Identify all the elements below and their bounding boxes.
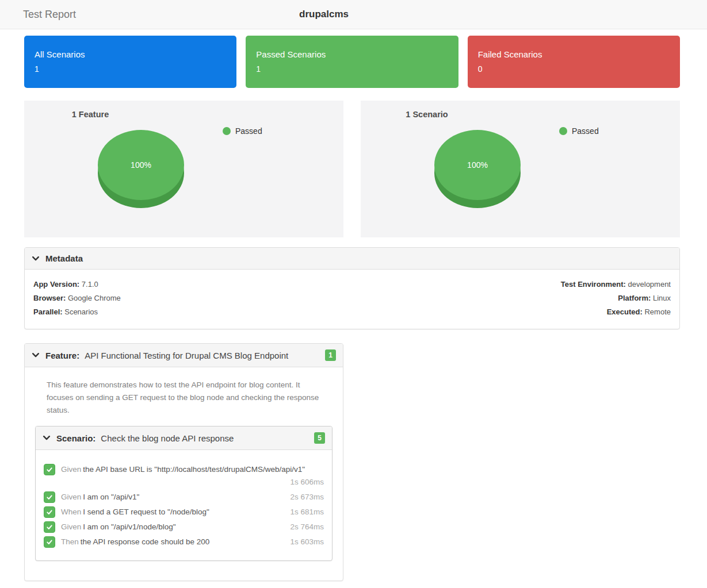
step-duration: 1s 681ms [285, 506, 324, 518]
app-title: drupalcms [299, 9, 349, 20]
metadata-row-parallel: Parallel: Scenarios [33, 308, 121, 317]
feature-description: This feature demonstrates how to test th… [47, 379, 323, 417]
chevron-down-icon [32, 255, 40, 263]
step-text: Giventhe API base URL is "http://localho… [61, 464, 305, 475]
chart-title: 1 Scenario [406, 110, 448, 119]
legend-marker-icon [559, 127, 567, 135]
metadata-row-app-version: App Version: 7.1.0 [33, 280, 121, 289]
feature-panel-header[interactable]: Feature: API Functional Testing for Drup… [25, 344, 343, 367]
metadata-panel: Metadata App Version: 7.1.0 Browser: Goo… [24, 247, 680, 329]
metadata-body: App Version: 7.1.0 Browser: Google Chrom… [25, 270, 679, 329]
card-value: 1 [256, 64, 448, 74]
features-pie-chart-panel: 1 Feature 100% Passed [24, 101, 343, 237]
step-row: Giventhe API base URL is "http://localho… [44, 464, 324, 488]
feature-keyword: Feature: [45, 351, 79, 360]
metadata-row-test-environment: Test Environment: development [561, 280, 671, 289]
page-content: All Scenarios 1 Passed Scenarios 1 Faile… [24, 36, 680, 581]
pie-chart: 100% [98, 130, 184, 208]
step-duration: 1s 603ms [285, 536, 324, 548]
step-row: Thenthe API response code should be 200 … [44, 536, 324, 548]
metadata-row-browser: Browser: Google Chrome [33, 294, 121, 303]
feature-body: This feature demonstrates how to test th… [25, 367, 343, 581]
summary-cards-row: All Scenarios 1 Passed Scenarios 1 Faile… [24, 36, 680, 88]
scenario-keyword: Scenario: [56, 433, 95, 443]
card-label: Passed Scenarios [256, 49, 448, 59]
failed-scenarios-card[interactable]: Failed Scenarios 0 [468, 36, 680, 88]
legend-label: Passed [572, 126, 599, 136]
card-value: 0 [478, 64, 670, 74]
report-brand: Test Report [23, 9, 76, 21]
metadata-right-column: Test Environment: development Platform: … [561, 280, 671, 321]
metadata-row-platform: Platform: Linux [561, 294, 671, 303]
pie-slice-passed: 100% [434, 130, 521, 200]
pie-chart: 100% [434, 130, 521, 208]
card-label: Failed Scenarios [478, 49, 670, 59]
navbar: Test Report drupalcms [0, 0, 707, 29]
step-passed-check-icon[interactable] [44, 536, 55, 548]
legend-marker-icon [223, 127, 231, 135]
chevron-down-icon [32, 351, 40, 359]
all-scenarios-card[interactable]: All Scenarios 1 [24, 36, 236, 88]
metadata-row-executed: Executed: Remote [561, 308, 671, 317]
passed-scenarios-card[interactable]: Passed Scenarios 1 [246, 36, 458, 88]
charts-row: 1 Feature 100% Passed 1 Scenario 100% Pa… [24, 101, 680, 237]
scenario-panel: Scenario: Check the blog node API respon… [35, 426, 333, 561]
step-passed-check-icon[interactable] [44, 491, 55, 503]
step-passed-check-icon[interactable] [44, 521, 55, 533]
scenario-steps-list: Giventhe API base URL is "http://localho… [36, 450, 332, 560]
scenarios-pie-chart-panel: 1 Scenario 100% Passed [361, 101, 680, 237]
chevron-down-icon [43, 434, 51, 442]
legend-label: Passed [235, 126, 262, 136]
step-text: GivenI am on "/api/v1/node/blog" [61, 521, 175, 533]
scenario-count-badge: 5 [314, 432, 325, 444]
metadata-panel-header[interactable]: Metadata [25, 248, 679, 270]
step-passed-check-icon[interactable] [44, 506, 55, 518]
pie-slice-passed: 100% [98, 130, 184, 200]
step-passed-check-icon[interactable] [44, 464, 55, 475]
step-row: GivenI am on "/api/v1" 2s 673ms [44, 491, 324, 503]
step-text: GivenI am on "/api/v1" [61, 491, 139, 503]
feature-title: API Functional Testing for Drupal CMS Bl… [85, 351, 288, 360]
step-row: GivenI am on "/api/v1/node/blog" 2s 764m… [44, 521, 324, 533]
legend-item-passed[interactable]: Passed [559, 126, 599, 136]
feature-panel: Feature: API Functional Testing for Drup… [24, 343, 343, 581]
metadata-header-label: Metadata [45, 253, 83, 263]
card-value: 1 [35, 64, 226, 74]
step-text: Thenthe API response code should be 200 [61, 536, 209, 548]
step-text: WhenI send a GET request to "/node/blog" [61, 506, 209, 518]
scenario-panel-header[interactable]: Scenario: Check the blog node API respon… [36, 426, 332, 450]
chart-title: 1 Feature [72, 110, 109, 119]
step-duration: 2s 673ms [285, 491, 324, 503]
card-label: All Scenarios [35, 49, 226, 59]
step-duration: 1s 606ms [44, 476, 324, 488]
scenario-title: Check the blog node API response [101, 433, 234, 443]
step-duration: 2s 764ms [285, 521, 324, 533]
step-row: WhenI send a GET request to "/node/blog"… [44, 506, 324, 518]
metadata-left-column: App Version: 7.1.0 Browser: Google Chrom… [33, 280, 121, 321]
feature-count-badge: 1 [325, 349, 336, 361]
legend-item-passed[interactable]: Passed [223, 126, 262, 136]
